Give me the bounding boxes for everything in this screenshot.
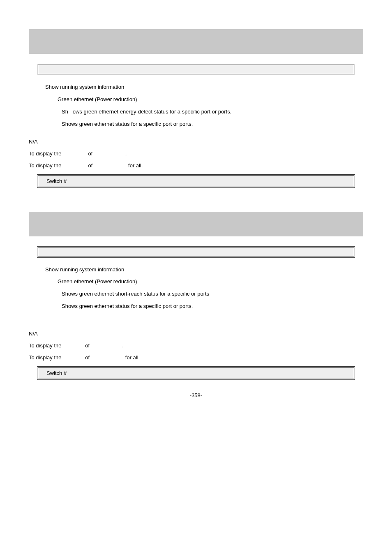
- param2-short-desc: Shows green ethernet short-reach status …: [62, 288, 209, 300]
- example-box-1: Switch #: [37, 174, 355, 188]
- command-syntax-box-1: [37, 64, 355, 75]
- example-box-2: Switch #: [37, 366, 355, 380]
- default-value-2: N/A: [29, 331, 363, 337]
- param-energy-desc: ows green ethernet energy-detect status …: [73, 106, 232, 118]
- param2-show-desc: Show running system information: [45, 264, 124, 276]
- usage-line-2a: To display the of .: [29, 342, 363, 349]
- usage-line-1b: To display the of for all.: [29, 162, 363, 169]
- param2-green-desc: Green ethernet (Power reduction): [58, 275, 137, 288]
- command-syntax-box-2: [37, 246, 355, 258]
- example-text-1: Switch #: [46, 178, 67, 184]
- section-header-2: [29, 212, 363, 236]
- parameter-list-2: Show running system information Green et…: [37, 264, 355, 313]
- page-number: -358-: [29, 392, 363, 398]
- param-interface-desc: Shows green ethernet status for a specif…: [62, 118, 193, 130]
- section-header-1: [29, 29, 363, 54]
- param-green-desc: Green ethernet (Power reduction): [58, 93, 137, 106]
- usage-line-2b: To display the of for all.: [29, 354, 363, 361]
- usage-line-1a: To display the of .: [29, 150, 363, 157]
- param-energy-pre: Sh: [62, 106, 68, 118]
- param-show-desc: Show running system information: [45, 81, 124, 93]
- example-text-2: Switch #: [46, 370, 67, 376]
- param2-interface-desc: Shows green ethernet status for a specif…: [62, 300, 193, 312]
- default-value-1: N/A: [29, 139, 363, 145]
- parameter-list-1: Show running system information Green et…: [37, 81, 355, 130]
